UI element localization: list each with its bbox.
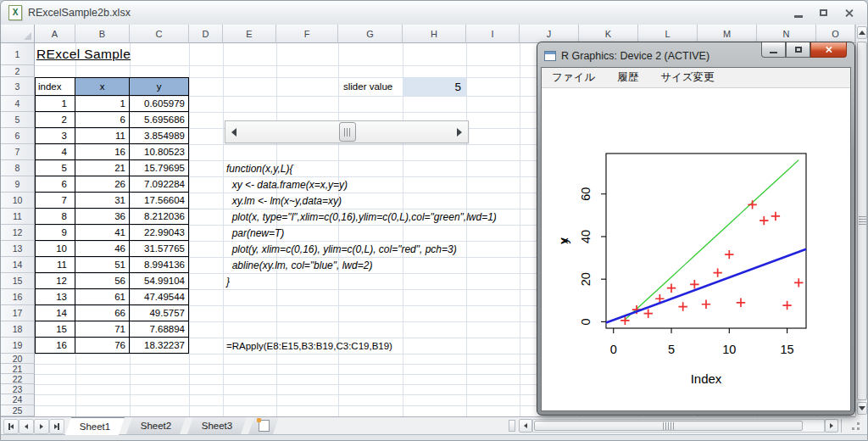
row-header-4[interactable]: 4	[1, 96, 35, 112]
row-header-9[interactable]: 9	[1, 176, 35, 193]
table-cell-y[interactable]: 22.99043	[130, 225, 189, 241]
tab-nav-last[interactable]	[49, 419, 64, 434]
column-header-H[interactable]: H	[403, 25, 466, 43]
slider-right-arrow[interactable]	[451, 121, 468, 142]
cell-title[interactable]: RExcel Sample	[36, 47, 131, 62]
r-window-titlebar[interactable]: R Graphics: Device 2 (ACTIVE)	[544, 47, 709, 65]
column-header-A[interactable]: A	[35, 25, 75, 43]
table-header-index[interactable]: index	[35, 77, 75, 96]
cell-r-code-line-13[interactable]: plot(y, xlim=c(0,16), ylim=c(0,L), col="…	[226, 243, 457, 255]
table-cell-index[interactable]: 12	[35, 273, 75, 289]
column-header-K[interactable]: K	[579, 25, 638, 43]
table-cell-index[interactable]: 6	[35, 176, 75, 193]
insert-worksheet-tab[interactable]	[248, 417, 279, 434]
cell-r-code-line-12[interactable]: par(new=T)	[226, 227, 284, 239]
table-cell-y[interactable]: 5.695686	[130, 112, 189, 128]
tab-sheet1[interactable]: Sheet1	[65, 417, 125, 435]
table-cell-x[interactable]: 11	[75, 128, 130, 144]
table-cell-index[interactable]: 7	[35, 193, 75, 209]
table-cell-index[interactable]: 10	[35, 241, 75, 257]
vscroll-thumb[interactable]	[857, 42, 867, 400]
vscroll-up-button[interactable]	[857, 26, 867, 39]
tab-nav-next[interactable]	[34, 419, 49, 434]
row-header-12[interactable]: 12	[1, 225, 35, 241]
select-all-corner[interactable]	[1, 25, 35, 43]
table-cell-index[interactable]: 2	[35, 112, 75, 128]
row-header-2[interactable]: 2	[1, 65, 35, 77]
hscroll-left-button[interactable]	[519, 419, 532, 433]
hscroll-track[interactable]	[532, 419, 825, 433]
row-header-6[interactable]: 6	[1, 128, 35, 144]
row-header-14[interactable]: 14	[1, 257, 35, 273]
slider-thumb[interactable]	[339, 122, 356, 142]
table-cell-x[interactable]: 26	[75, 176, 130, 193]
row-header-20[interactable]: 20	[1, 354, 35, 364]
row-header-10[interactable]: 10	[1, 193, 35, 209]
table-cell-index[interactable]: 13	[35, 289, 75, 305]
close-icon[interactable]	[844, 8, 854, 18]
table-cell-index[interactable]: 11	[35, 257, 75, 273]
slider-control[interactable]	[225, 120, 469, 143]
row-header-15[interactable]: 15	[1, 273, 35, 289]
column-header-F[interactable]: F	[276, 25, 338, 43]
hscroll-right-button[interactable]	[825, 419, 838, 433]
column-header-B[interactable]: B	[75, 25, 130, 43]
table-cell-y[interactable]: 8.212036	[130, 209, 189, 225]
slider-left-arrow[interactable]	[225, 121, 242, 142]
table-cell-x[interactable]: 56	[75, 273, 130, 289]
table-cell-y[interactable]: 47.49544	[130, 289, 189, 305]
column-header-I[interactable]: I	[466, 25, 520, 43]
menu-history[interactable]: 履歴	[617, 70, 638, 85]
column-header-E[interactable]: E	[223, 25, 276, 43]
resize-grip-icon[interactable]	[849, 419, 864, 433]
table-cell-x[interactable]: 76	[75, 338, 130, 354]
column-header-J[interactable]: J	[520, 25, 579, 43]
table-cell-y[interactable]: 3.854989	[130, 128, 189, 144]
table-cell-y[interactable]: 10.80523	[130, 144, 189, 160]
cell-r-code-line-9[interactable]: xy <- data.frame(x=x,y=y)	[226, 179, 348, 191]
excel-titlebar[interactable]: X RExcelSample2b.xlsx	[1, 1, 867, 25]
cell-r-code-line-14[interactable]: abline(xy.lm, col="blue", lwd=2)	[226, 260, 372, 271]
table-header-x[interactable]: x	[75, 77, 130, 96]
table-cell-y[interactable]: 7.68894	[130, 321, 189, 338]
table-cell-y[interactable]: 0.605979	[130, 96, 189, 112]
row-header-22[interactable]: 22	[1, 374, 35, 384]
table-cell-index[interactable]: 15	[35, 321, 75, 338]
table-cell-index[interactable]: 16	[35, 338, 75, 354]
table-cell-y[interactable]: 31.57765	[130, 241, 189, 257]
column-header-G[interactable]: G	[338, 25, 403, 43]
column-header-C[interactable]: C	[130, 25, 189, 43]
table-cell-index[interactable]: 8	[35, 209, 75, 225]
vertical-scrollbar[interactable]	[855, 25, 868, 416]
column-header-M[interactable]: M	[698, 25, 757, 43]
row-header-18[interactable]: 18	[1, 321, 35, 338]
tab-scroll-splitter[interactable]	[509, 420, 515, 432]
column-header-O[interactable]: O	[816, 25, 855, 43]
tab-sheet2[interactable]: Sheet2	[126, 417, 186, 434]
restore-icon[interactable]	[820, 9, 827, 16]
column-header-N[interactable]: N	[757, 25, 816, 43]
row-header-3[interactable]: 3	[1, 77, 35, 96]
table-cell-x[interactable]: 61	[75, 289, 130, 305]
r-minimize-button[interactable]	[761, 42, 786, 58]
r-maximize-button[interactable]	[786, 42, 810, 58]
row-header-16[interactable]: 16	[1, 289, 35, 305]
table-cell-x[interactable]: 1	[75, 96, 130, 112]
table-cell-x[interactable]: 36	[75, 209, 130, 225]
table-cell-x[interactable]: 41	[75, 225, 130, 241]
table-cell-index[interactable]: 1	[35, 96, 75, 112]
cell-r-code-line-8[interactable]: function(x,y,L){	[226, 163, 292, 175]
table-cell-x[interactable]: 51	[75, 257, 130, 273]
row-header-1[interactable]: 1	[1, 43, 35, 65]
tab-sheet3[interactable]: Sheet3	[187, 417, 247, 434]
column-header-L[interactable]: L	[638, 25, 698, 43]
vscroll-down-button[interactable]	[857, 402, 867, 415]
column-header-D[interactable]: D	[189, 25, 223, 43]
table-cell-x[interactable]: 71	[75, 321, 130, 338]
table-cell-index[interactable]: 14	[35, 305, 75, 321]
row-header-17[interactable]: 17	[1, 305, 35, 321]
menu-resize[interactable]: サイズ変更	[660, 70, 714, 85]
table-cell-x[interactable]: 46	[75, 241, 130, 257]
table-cell-y[interactable]: 17.56604	[130, 193, 189, 209]
table-cell-y[interactable]: 8.994136	[130, 257, 189, 273]
